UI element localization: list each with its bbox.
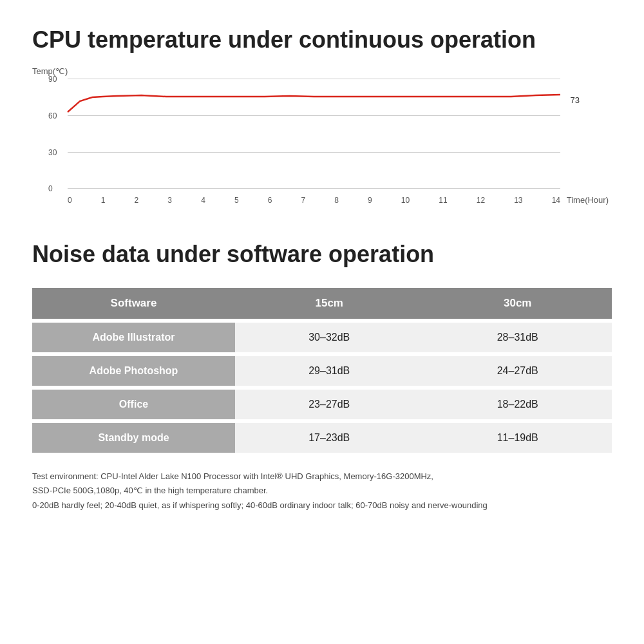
- footer-line2: SSD-PCIe 500G,1080p, 40℃ in the high tem…: [32, 486, 268, 495]
- table-header-row: Software 15cm 30cm: [32, 288, 612, 319]
- chart-title: CPU temperature under continuous operati…: [32, 26, 612, 53]
- chart-inner: 90 60 30 0 0 1 2 3 4 5 6 7 8 9 10 11 12 …: [68, 79, 560, 189]
- cell-15cm: 30–32dB: [235, 323, 424, 352]
- x-tick-14: 14: [552, 196, 560, 205]
- cell-software: Standby mode: [32, 423, 235, 453]
- x-tick-10: 10: [401, 196, 410, 205]
- footer-note: Test environment: CPU-Intel Alder Lake N…: [32, 469, 612, 512]
- table-row: Adobe Photoshop29–31dB24–27dB: [32, 356, 612, 386]
- x-tick-3: 3: [167, 196, 172, 205]
- header-15cm: 15cm: [235, 288, 424, 319]
- cell-software: Office: [32, 390, 235, 419]
- cell-30cm: 28–31dB: [424, 323, 612, 352]
- cell-30cm: 24–27dB: [424, 356, 612, 386]
- noise-section-title: Noise data under software operation: [32, 240, 612, 268]
- y-tick-0: 0: [48, 184, 53, 193]
- chart-end-value: 73: [571, 95, 580, 105]
- x-tick-6: 6: [268, 196, 272, 205]
- cell-15cm: 23–27dB: [235, 390, 424, 419]
- x-tick-7: 7: [301, 196, 305, 205]
- chart-svg: [68, 79, 560, 189]
- table-row: Adobe Illustrator30–32dB28–31dB: [32, 323, 612, 352]
- x-tick-0: 0: [68, 196, 72, 205]
- x-tick-12: 12: [477, 196, 485, 205]
- cell-15cm: 29–31dB: [235, 356, 424, 386]
- x-tick-2: 2: [135, 196, 139, 205]
- footer-line3: 0-20dB hardly feel; 20-40dB quiet, as if…: [32, 500, 488, 510]
- x-ticks: 0 1 2 3 4 5 6 7 8 9 10 11 12 13 14: [68, 196, 560, 205]
- x-tick-11: 11: [439, 196, 447, 205]
- y-tick-30: 30: [48, 148, 57, 157]
- x-tick-8: 8: [334, 196, 339, 205]
- cell-15cm: 17–23dB: [235, 423, 424, 453]
- y-tick-90: 90: [48, 75, 57, 84]
- header-software: Software: [32, 288, 235, 319]
- header-30cm: 30cm: [424, 288, 612, 319]
- cell-software: Adobe Illustrator: [32, 323, 235, 352]
- x-tick-1: 1: [101, 196, 106, 205]
- table-row: Office23–27dB18–22dB: [32, 390, 612, 419]
- chart-area: Temp(℃) 90 60 30 0 0 1 2 3 4 5 6 7 8 9 1…: [32, 66, 612, 208]
- cell-30cm: 11–19dB: [424, 423, 612, 453]
- noise-table: Software 15cm 30cm Adobe Illustrator30–3…: [32, 284, 612, 457]
- footer-line1: Test environment: CPU-Intel Alder Lake N…: [32, 471, 433, 481]
- x-tick-9: 9: [368, 196, 372, 205]
- x-tick-13: 13: [514, 196, 522, 205]
- table-row: Standby mode17–23dB11–19dB: [32, 423, 612, 453]
- x-axis-label: Time(Hour): [567, 195, 609, 205]
- x-tick-5: 5: [234, 196, 239, 205]
- x-tick-4: 4: [201, 196, 205, 205]
- cell-software: Adobe Photoshop: [32, 356, 235, 386]
- y-tick-60: 60: [48, 111, 57, 120]
- cell-30cm: 18–22dB: [424, 390, 612, 419]
